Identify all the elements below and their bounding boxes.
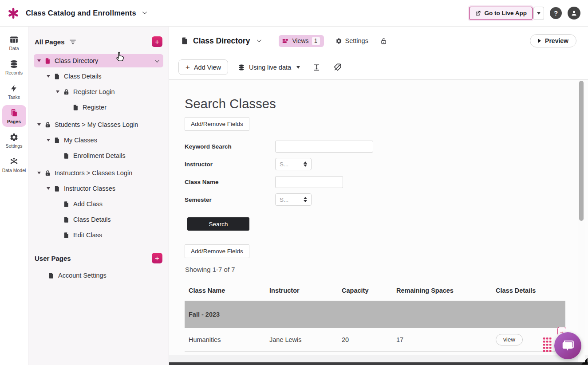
caret-down-icon[interactable] (37, 59, 41, 62)
chat-launcher-button[interactable] (554, 332, 581, 359)
nav-rail-item-data[interactable]: Data (2, 32, 26, 54)
tree-item-instructor-classes[interactable]: Instructor Classes (43, 182, 163, 195)
tree-item-instructors-login[interactable]: Instructors > Classes Login (34, 166, 163, 180)
nav-rail-item-pages[interactable]: Pages (2, 105, 26, 127)
tree-item-students-login[interactable]: Students > My Classes Login (34, 118, 163, 131)
column-header-capacity: Capacity (338, 287, 392, 294)
column-header-instructor: Instructor (265, 287, 338, 294)
tree-item-enrollment-details[interactable]: Enrollment Details (52, 149, 163, 162)
go-to-live-app-button[interactable]: Go to Live App (469, 7, 533, 20)
add-remove-fields-button[interactable]: Add/Remove Fields (185, 117, 249, 131)
pages-panel: All Pages + Class Directory (28, 27, 169, 365)
person-icon (570, 9, 578, 17)
database-icon (238, 64, 245, 71)
caret-down-icon[interactable] (37, 172, 41, 174)
gear-icon (335, 38, 342, 44)
tree-item-edit-class[interactable]: Edit Class (52, 228, 163, 242)
tree-item-label: Edit Class (73, 232, 102, 239)
nav-rail-item-tasks[interactable]: Tasks (2, 81, 26, 102)
search-button[interactable]: Search (187, 217, 249, 231)
tree-item-label: Register Login (73, 88, 115, 95)
tree-item-register[interactable]: Register (62, 101, 163, 114)
user-pages-header: User Pages + (28, 244, 169, 269)
column-header-class-name: Class Name (185, 287, 265, 294)
group-row-label: Fall - 2023 (185, 311, 220, 318)
gear-icon (9, 133, 19, 142)
app-logo-asterisk-icon[interactable] (8, 8, 19, 19)
pages-tree: Class Directory Class Details Regist (28, 54, 169, 242)
go-live-split-button: Go to Live App (469, 7, 545, 20)
preview-button[interactable]: Preview (530, 34, 576, 47)
tree-item-class-directory[interactable]: Class Directory (34, 54, 163, 67)
cell-remaining-spaces: 17 (392, 336, 492, 343)
page-title-chevron-down-icon[interactable] (257, 38, 261, 42)
row-height-button[interactable] (312, 63, 321, 71)
semester-select[interactable]: S... (275, 193, 312, 206)
caret-down-icon[interactable] (37, 123, 41, 126)
nav-rail-item-settings[interactable]: Settings (2, 130, 26, 151)
caret-down-icon (537, 12, 541, 15)
results-table: Class Name Instructor Capacity Remaining… (185, 280, 565, 352)
hide-labels-button[interactable] (333, 63, 342, 71)
class-name-input[interactable] (275, 176, 343, 188)
nav-rail-item-data-model[interactable]: Data Model (2, 154, 26, 176)
lock-icon (44, 170, 51, 177)
page-icon (54, 73, 60, 80)
add-page-button[interactable]: + (152, 36, 162, 47)
network-icon (9, 157, 19, 166)
user-avatar-button[interactable] (568, 7, 580, 20)
instructor-select[interactable]: S... (275, 158, 312, 170)
page-icon (63, 153, 70, 159)
add-view-button[interactable]: + Add View (178, 59, 228, 75)
database-icon (9, 59, 19, 69)
add-remove-fields-button-2[interactable]: Add/Remove Fields (185, 244, 249, 258)
tree-item-label: My Classes (64, 137, 97, 144)
scrollbar-thumb[interactable] (579, 81, 584, 221)
tree-item-label: Add Class (73, 200, 103, 208)
view-button[interactable]: view (496, 334, 523, 345)
page-icon (63, 201, 70, 208)
tree-item-label: Register (83, 104, 107, 111)
search-view-title: Search Classes (185, 97, 276, 111)
table-icon (9, 35, 19, 44)
caret-down-icon[interactable] (47, 75, 50, 78)
tree-item-class-details-2[interactable]: Class Details (52, 213, 163, 226)
chevron-down-icon[interactable] (155, 58, 159, 63)
tree-item-label: Class Directory (55, 57, 98, 64)
page-title: Class Directory (193, 36, 250, 46)
go-live-dropdown-button[interactable] (533, 7, 544, 20)
cell-instructor: Jane Lewis (265, 336, 338, 343)
keyword-search-input[interactable] (275, 141, 373, 153)
tree-item-register-login[interactable]: Register Login (52, 85, 163, 98)
unlock-icon[interactable] (380, 37, 387, 45)
page-canvas: Search Classes Add/Remove Fields Keyword… (169, 79, 588, 365)
tree-item-account-settings[interactable]: Account Settings (44, 269, 163, 282)
drag-handle-icon[interactable] (543, 338, 552, 352)
tab-settings[interactable]: Settings (335, 37, 368, 44)
nav-rail-label: Records (5, 70, 23, 75)
view-toolbar: + Add View Using live data (169, 55, 588, 79)
help-button[interactable]: ? (550, 7, 562, 19)
tree-item-label: Account Settings (58, 272, 107, 279)
tree-item-add-class[interactable]: Add Class (52, 197, 163, 211)
app-title: Class Catalog and Enrollments (26, 9, 136, 17)
caret-down-icon[interactable] (47, 187, 50, 190)
page-icon (63, 232, 70, 239)
table-header-row: Class Name Instructor Capacity Remaining… (185, 280, 565, 301)
filter-icon[interactable] (69, 38, 76, 45)
plus-icon: + (185, 63, 190, 71)
pages-icon (9, 108, 19, 118)
tree-item-my-classes[interactable]: My Classes (43, 133, 163, 147)
tree-item-class-details[interactable]: Class Details (43, 70, 163, 83)
bottom-edge-bar (169, 362, 588, 365)
select-arrows-icon (304, 197, 307, 202)
data-source-dropdown[interactable]: Using live data (238, 64, 300, 71)
add-user-page-button[interactable]: + (152, 253, 162, 263)
app-title-chevron-down-icon[interactable] (142, 10, 147, 14)
tab-views[interactable]: Views 1 (279, 35, 324, 47)
nav-rail-item-records[interactable]: Records (2, 56, 26, 78)
caret-down-icon[interactable] (56, 90, 59, 93)
caret-down-icon[interactable] (47, 139, 50, 141)
nav-rail: Data Records Tasks Pages (0, 27, 28, 365)
nav-rail-label: Tasks (8, 94, 20, 100)
